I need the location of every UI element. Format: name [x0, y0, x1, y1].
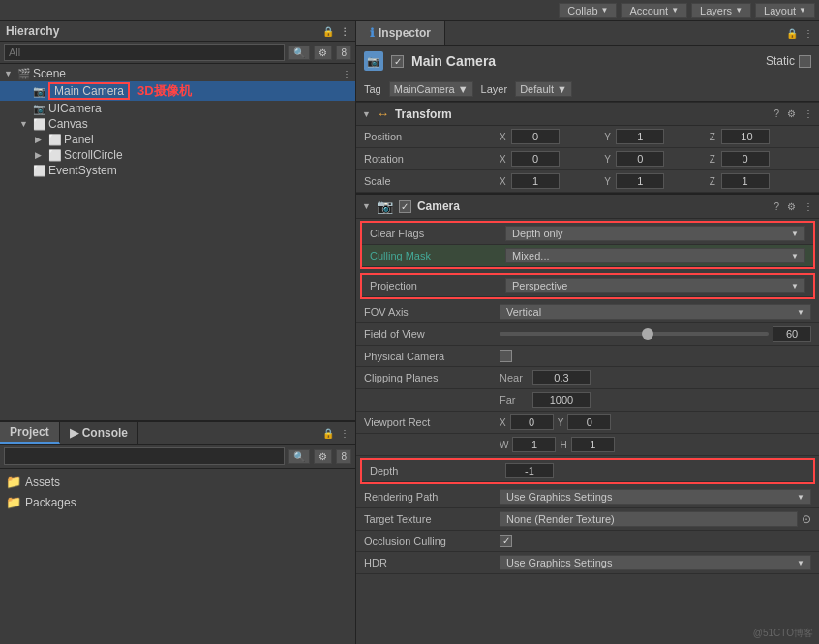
- viewport-x-label: X: [500, 417, 506, 428]
- scale-y-input[interactable]: [616, 173, 664, 189]
- rotation-x-input[interactable]: [511, 151, 560, 167]
- project-item-assets[interactable]: 📁 Assets: [4, 473, 351, 491]
- transform-help-icon[interactable]: ?: [774, 108, 779, 119]
- fov-slider-track[interactable]: [500, 332, 769, 336]
- layer-dropdown[interactable]: Default ▼: [515, 81, 572, 97]
- z-label: Z: [710, 132, 719, 142]
- viewport-h-input[interactable]: [571, 437, 615, 452]
- layout-button[interactable]: Layout ▼: [755, 3, 815, 18]
- transform-menu-icon[interactable]: ⋮: [804, 108, 813, 119]
- fov-row: Field of View: [356, 323, 819, 346]
- hierarchy-item-canvas[interactable]: ▼ ⬜ Canvas: [0, 116, 355, 132]
- clipping-far-input[interactable]: [532, 392, 591, 408]
- fov-value-input[interactable]: [773, 326, 811, 342]
- fov-slider-container[interactable]: [500, 332, 769, 336]
- uicamera-label: UICamera: [48, 102, 102, 115]
- canvas-icon: ⬜: [33, 118, 48, 131]
- scale-values: X Y Z: [500, 173, 811, 189]
- hdr-dropdown[interactable]: Use Graphics Settings ▼: [500, 555, 811, 570]
- hierarchy-scene[interactable]: ▼ 🎬 Camera Scene ⋮: [0, 66, 355, 81]
- rotation-y-input[interactable]: [616, 151, 664, 167]
- component-name: Main Camera: [411, 53, 496, 69]
- position-x-input[interactable]: [511, 129, 560, 144]
- physical-camera-value-area: [500, 350, 811, 362]
- fov-slider-thumb[interactable]: [642, 328, 653, 340]
- project-search-btn[interactable]: 🔍: [288, 449, 310, 464]
- hierarchy-item-eventsystem[interactable]: ⬜ EventSystem: [0, 163, 355, 178]
- depth-input[interactable]: [505, 463, 554, 478]
- scale-row: Scale X Y Z: [356, 170, 819, 193]
- lock-icon[interactable]: 🔒: [322, 26, 334, 37]
- tab-inspector[interactable]: ℹ Inspector: [356, 21, 445, 45]
- project-count-btn[interactable]: 8: [336, 449, 351, 464]
- camera-section-header[interactable]: ▼ 📷 Camera ? ⚙ ⋮: [356, 193, 819, 219]
- scale-z-input[interactable]: [721, 173, 770, 189]
- rotation-z-input[interactable]: [721, 151, 770, 167]
- camera-help-icon[interactable]: ?: [774, 201, 779, 212]
- culling-mask-dropdown[interactable]: Mixed... ▼: [505, 248, 805, 263]
- depth-value-area: [505, 463, 805, 478]
- scene-menu-icon[interactable]: ⋮: [342, 69, 351, 79]
- panel-label: Panel: [64, 133, 94, 146]
- fov-label: Field of View: [364, 328, 500, 340]
- project-lock-icon[interactable]: 🔒: [322, 428, 334, 439]
- hdr-dropdown-arrow: ▼: [797, 559, 804, 567]
- camera-settings-icon[interactable]: ⚙: [787, 201, 796, 212]
- hierarchy-item-uicamera[interactable]: 📷 UICamera: [0, 101, 355, 116]
- physical-camera-checkbox[interactable]: [500, 350, 512, 362]
- rendering-path-dropdown[interactable]: Use Graphics Settings ▼: [500, 489, 811, 505]
- occlusion-culling-checkbox[interactable]: [500, 535, 512, 547]
- project-item-packages[interactable]: 📁 Packages: [4, 493, 351, 511]
- console-tab-label: Console: [82, 426, 128, 440]
- transform-settings-icon[interactable]: ⚙: [787, 108, 796, 119]
- viewport-x-input[interactable]: [510, 414, 554, 430]
- scrollcircle-arrow: ▶: [35, 150, 48, 160]
- main-camera-label: Main Camera: [48, 82, 130, 100]
- project-filter-btn[interactable]: ⚙: [314, 449, 332, 464]
- static-checkbox[interactable]: [799, 55, 811, 68]
- project-tabs: Project ▶ Console 🔒 ⋮: [0, 422, 355, 445]
- project-search-input[interactable]: [4, 447, 285, 465]
- layer-label: Layer: [481, 83, 508, 95]
- inspector-lock-icon[interactable]: 🔒: [786, 28, 798, 39]
- hierarchy-count-btn[interactable]: 8: [336, 46, 351, 60]
- hierarchy-tag-btn[interactable]: ⚙: [314, 46, 332, 60]
- collab-button[interactable]: Collab ▼: [559, 3, 617, 18]
- tab-project[interactable]: Project: [0, 422, 60, 444]
- viewport-w-input[interactable]: [512, 437, 556, 452]
- culling-mask-value-area: Mixed... ▼: [505, 248, 805, 263]
- transform-section-header[interactable]: ▼ ↔ Transform ? ⚙ ⋮: [356, 102, 819, 126]
- layers-button[interactable]: Layers ▼: [691, 3, 751, 18]
- clipping-near-value-area: Near: [500, 370, 811, 385]
- hierarchy-item-scrollcircle[interactable]: ▶ ⬜ ScrollCircle: [0, 147, 355, 163]
- position-z-input[interactable]: [721, 129, 770, 144]
- rendering-path-dropdown-arrow: ▼: [797, 493, 804, 502]
- clear-flags-dropdown[interactable]: Depth only ▼: [505, 226, 805, 241]
- position-y-input[interactable]: [616, 129, 664, 144]
- target-texture-select-icon[interactable]: ⊙: [802, 512, 811, 526]
- layer-dropdown-arrow: ▼: [557, 83, 567, 95]
- fov-axis-dropdown[interactable]: Vertical ▼: [500, 304, 811, 320]
- target-texture-field[interactable]: None (Render Texture): [500, 511, 798, 527]
- tag-dropdown[interactable]: MainCamera ▼: [389, 81, 473, 97]
- camera-menu-icon[interactable]: ⋮: [804, 201, 813, 212]
- hierarchy-item-panel[interactable]: ▶ ⬜ Panel: [0, 132, 355, 147]
- inspector-menu-icon[interactable]: ⋮: [804, 28, 813, 39]
- fov-value-area: [500, 326, 811, 342]
- tag-label: Tag: [364, 83, 381, 95]
- viewport-y-input[interactable]: [567, 414, 611, 430]
- scale-x-input[interactable]: [511, 173, 560, 189]
- eventsystem-icon: ⬜: [33, 165, 48, 177]
- hierarchy-search-input[interactable]: [4, 44, 285, 61]
- menu-icon[interactable]: ⋮: [340, 26, 349, 37]
- hierarchy-item-main-camera[interactable]: 📷 Main Camera 3D摄像机: [0, 81, 355, 101]
- component-enable-checkbox[interactable]: [391, 55, 404, 68]
- culling-mask-value: Mixed...: [512, 250, 550, 261]
- clipping-near-input[interactable]: [532, 370, 591, 385]
- tab-console[interactable]: ▶ Console: [60, 422, 138, 444]
- account-button[interactable]: Account ▼: [621, 3, 687, 18]
- projection-dropdown[interactable]: Perspective ▼: [505, 278, 805, 293]
- camera-enable-checkbox[interactable]: [399, 200, 411, 213]
- project-menu-icon[interactable]: ⋮: [340, 428, 349, 439]
- hierarchy-search-icon[interactable]: 🔍: [288, 46, 310, 60]
